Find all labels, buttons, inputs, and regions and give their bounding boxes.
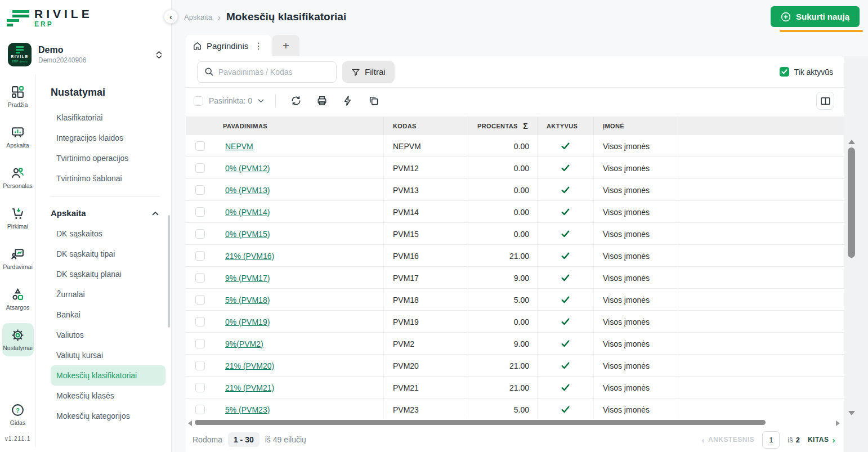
row-checkbox[interactable] <box>195 339 205 348</box>
column-header-kodas[interactable]: KODAS <box>384 117 468 135</box>
row-company: Visos įmonės <box>603 142 650 151</box>
sidebar-scrollbar[interactable] <box>168 215 170 328</box>
refresh-button[interactable] <box>289 94 303 108</box>
menu-section-title: Apskaita <box>51 208 86 218</box>
row-name-link[interactable]: 0% (PVM12) <box>225 164 270 173</box>
row-checkbox[interactable] <box>195 251 205 261</box>
print-button[interactable] <box>315 94 329 108</box>
sidebar-menu-item[interactable]: Valiutos <box>51 325 165 345</box>
sidebar-menu-item[interactable]: Klasifikatoriai <box>51 108 165 128</box>
active-check-icon <box>561 274 570 282</box>
current-page-input[interactable]: 1 <box>762 431 780 449</box>
sidebar-menu-item[interactable]: Mokesčių klasifikatoriai <box>51 365 165 386</box>
company-switch-icon[interactable] <box>156 51 162 59</box>
previous-page-button[interactable]: ‹ ANKSTESNIS <box>701 435 754 445</box>
horizontal-scrollbar[interactable] <box>187 419 843 427</box>
row-name-link[interactable]: 21% (PVM21) <box>225 383 274 392</box>
rail-item-pradzia[interactable]: Pradžia <box>2 80 34 113</box>
row-name-link[interactable]: 9% (PVM17) <box>225 274 270 283</box>
sidebar-menu-item[interactable]: DK sąskaitų planai <box>51 264 165 284</box>
active-check-icon <box>561 383 570 392</box>
sidebar-menu-item[interactable]: Tvirtinimo operacijos <box>51 148 165 168</box>
vertical-scroll-thumb[interactable] <box>848 147 855 258</box>
row-name-link[interactable]: 0% (PVM15) <box>225 230 270 239</box>
vertical-scrollbar[interactable] <box>848 138 856 417</box>
app-window: RIVILE ERP ‹ RIVILE ERP demo Demo Demo20… <box>0 0 868 452</box>
row-name-link[interactable]: NEPVM <box>225 142 253 151</box>
row-name-link[interactable]: 0% (PVM19) <box>225 317 270 326</box>
column-header-aktyvus[interactable]: AKTYVUS <box>538 117 594 135</box>
chevron-up-icon[interactable] <box>152 211 159 216</box>
sidebar-collapse-button[interactable]: ‹ <box>164 10 178 24</box>
selected-dropdown[interactable]: Pasirinkta: 0 <box>209 96 264 105</box>
row-name-link[interactable]: 5% (PVM18) <box>225 296 270 305</box>
column-header-procentas[interactable]: PROCENTAS Σ <box>468 117 538 135</box>
rail-item-personalas[interactable]: Personalas <box>2 161 34 194</box>
actions-button[interactable] <box>341 94 355 108</box>
rivile-logo-icon <box>7 8 29 29</box>
rail-item-apskaita[interactable]: Apskaita <box>2 120 34 154</box>
rail-item-gidas[interactable]: ? Gidas <box>2 398 34 431</box>
row-checkbox[interactable] <box>195 207 205 217</box>
sidebar-menu-item[interactable]: Valiutų kursai <box>51 345 165 365</box>
rail-item-atsargos[interactable]: Atsargos <box>2 283 34 316</box>
row-name-link[interactable]: 0% (PVM13) <box>225 186 270 195</box>
row-name-link[interactable]: 5% (PVM23) <box>225 405 270 414</box>
row-checkbox[interactable] <box>195 273 205 283</box>
row-checkbox[interactable] <box>195 361 205 370</box>
active-only-toggle[interactable]: Tik aktyvūs <box>780 67 834 77</box>
search-input[interactable] <box>218 68 329 77</box>
horizontal-scroll-thumb[interactable] <box>195 420 766 425</box>
row-checkbox[interactable] <box>195 317 205 326</box>
row-checkbox[interactable] <box>195 295 205 305</box>
breadcrumb: Apskaita › Mokesčių klasifikatoriai <box>184 11 346 23</box>
copy-button[interactable] <box>367 94 381 108</box>
tab-pagrindinis[interactable]: Pagrindinis ⋮ <box>186 35 271 56</box>
row-name-link[interactable]: 9%(PVM2) <box>225 339 263 348</box>
select-all-checkbox[interactable] <box>194 96 203 106</box>
filters-button[interactable]: Filtrai <box>342 61 395 83</box>
row-checkbox[interactable] <box>195 229 205 239</box>
row-checkbox[interactable] <box>195 141 205 151</box>
breadcrumb-parent[interactable]: Apskaita <box>184 13 212 21</box>
row-checkbox[interactable] <box>195 383 205 392</box>
active-only-checkbox[interactable] <box>780 67 789 77</box>
rows-range-badge[interactable]: 1 - 30 <box>228 432 259 447</box>
sum-sigma-icon[interactable]: Σ <box>523 122 528 131</box>
sidebar-menu-item[interactable]: Bankai <box>51 305 165 325</box>
sidebar-menu-item[interactable]: Integracijos klaidos <box>51 128 165 148</box>
row-checkbox[interactable] <box>195 185 205 195</box>
add-tab-button[interactable]: + <box>272 35 299 56</box>
row-name-link[interactable]: 21% (PVM20) <box>225 361 274 370</box>
scroll-down-icon[interactable] <box>848 411 855 415</box>
rail-item-pardavimai[interactable]: Pardavimai <box>2 242 34 275</box>
active-check-icon <box>561 296 570 304</box>
column-header-pavadinimas[interactable]: PAVADINIMAS <box>214 117 384 135</box>
sidebar-menu-item[interactable]: Mokesčių klasės <box>51 386 165 406</box>
column-settings-button[interactable] <box>816 92 834 110</box>
table-row: 0% (PVM12) PVM12 0.00 Visos įmonės <box>186 157 844 179</box>
row-checkbox[interactable] <box>195 163 205 173</box>
scroll-up-icon[interactable] <box>848 140 855 144</box>
sidebar-menu-item[interactable]: DK sąskaitų tipai <box>51 244 165 264</box>
app-logo: RIVILE ERP <box>0 0 171 36</box>
row-name-link[interactable]: 21% (PVM16) <box>225 252 274 261</box>
column-header-imone[interactable]: ĮMONĖ <box>594 117 678 135</box>
sidebar-menu-item[interactable]: Mokesčių kategorijos <box>51 406 165 426</box>
scroll-left-icon[interactable] <box>188 420 192 426</box>
sidebar-menu-item[interactable]: DK sąskaitos <box>51 223 165 244</box>
row-checkbox[interactable] <box>195 405 205 414</box>
rail-item-pirkimai[interactable]: Pirkimai <box>2 202 34 235</box>
scroll-right-icon[interactable] <box>836 420 840 426</box>
create-new-button[interactable]: Sukurti naują <box>771 6 860 27</box>
rail-item-nustatymai[interactable]: Nustatymai <box>2 323 34 356</box>
sidebar-menu-item[interactable]: Tvirtinimo šablonai <box>51 168 165 189</box>
row-code: PVM21 <box>393 383 419 392</box>
menu-section-header[interactable]: Apskaita <box>51 204 165 223</box>
sidebar-menu-item[interactable]: Žurnalai <box>51 284 165 305</box>
tab-menu-icon[interactable]: ⋮ <box>253 41 264 51</box>
company-selector[interactable]: RIVILE ERP demo Demo Demo20240906 <box>0 36 171 74</box>
next-page-button[interactable]: KITAS › <box>808 435 835 445</box>
table-row: 5% (PVM18) PVM18 5.00 Visos įmonės <box>186 289 844 311</box>
row-name-link[interactable]: 0% (PVM14) <box>225 208 270 217</box>
